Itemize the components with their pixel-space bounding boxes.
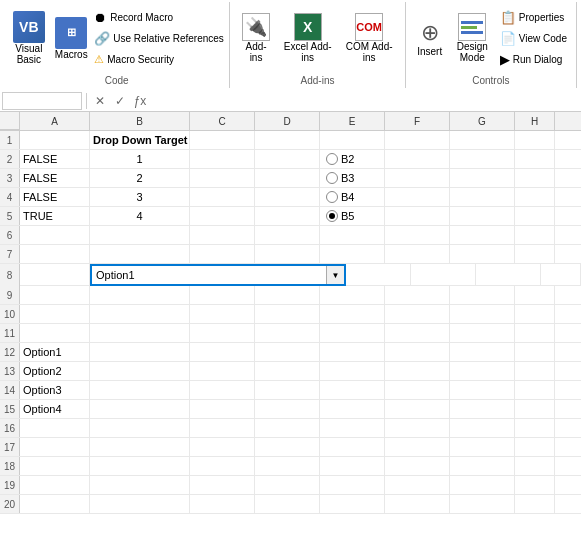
cell-a12[interactable]: Option1 [20, 343, 90, 361]
cell-h17[interactable] [515, 438, 555, 456]
cell-b15[interactable] [90, 400, 190, 418]
cell-a9[interactable] [20, 286, 90, 304]
cell-h15[interactable] [515, 400, 555, 418]
cell-h16[interactable] [515, 419, 555, 437]
confirm-formula-button[interactable]: ✓ [111, 92, 129, 110]
cell-b5[interactable]: 4 [90, 207, 190, 225]
cell-g19[interactable] [450, 476, 515, 494]
cell-a17[interactable] [20, 438, 90, 456]
cell-b4[interactable]: 3 [90, 188, 190, 206]
cell-h1[interactable] [515, 131, 555, 149]
cell-b14[interactable] [90, 381, 190, 399]
cell-g16[interactable] [450, 419, 515, 437]
use-relative-refs-button[interactable]: 🔗 Use Relative References [91, 28, 227, 48]
cell-e18[interactable] [320, 457, 385, 475]
cell-f1[interactable] [385, 131, 450, 149]
cell-b16[interactable] [90, 419, 190, 437]
insert-function-button[interactable]: ƒx [131, 92, 149, 110]
cell-a19[interactable] [20, 476, 90, 494]
cell-a7[interactable] [20, 245, 90, 263]
macro-security-button[interactable]: ⚠ Macro Security [91, 49, 227, 69]
cell-d7[interactable] [255, 245, 320, 263]
cell-f2[interactable] [385, 150, 450, 168]
cell-h2[interactable] [515, 150, 555, 168]
cell-d15[interactable] [255, 400, 320, 418]
cell-c4[interactable] [190, 188, 255, 206]
cell-e13[interactable] [320, 362, 385, 380]
cell-a18[interactable] [20, 457, 90, 475]
cell-h20[interactable] [515, 495, 555, 513]
cell-f19[interactable] [385, 476, 450, 494]
formula-input[interactable] [151, 95, 579, 107]
cell-a10[interactable] [20, 305, 90, 323]
cell-b12[interactable] [90, 343, 190, 361]
cell-c14[interactable] [190, 381, 255, 399]
cell-d9[interactable] [255, 286, 320, 304]
cell-b6[interactable] [90, 226, 190, 244]
cell-d4[interactable] [255, 188, 320, 206]
macros-button[interactable]: ⊞ Macros [53, 5, 89, 71]
cancel-formula-button[interactable]: ✕ [91, 92, 109, 110]
cell-a6[interactable] [20, 226, 90, 244]
cell-e7[interactable] [320, 245, 385, 263]
record-macro-button[interactable]: ⏺ Record Macro [91, 7, 227, 27]
cell-d3[interactable] [255, 169, 320, 187]
cell-g8[interactable] [476, 264, 541, 286]
cell-h19[interactable] [515, 476, 555, 494]
cell-e1[interactable] [320, 131, 385, 149]
cell-c5[interactable] [190, 207, 255, 225]
cell-c18[interactable] [190, 457, 255, 475]
cell-d10[interactable] [255, 305, 320, 323]
cell-c10[interactable] [190, 305, 255, 323]
cell-h9[interactable] [515, 286, 555, 304]
cell-g5[interactable] [450, 207, 515, 225]
cell-a2[interactable]: FALSE [20, 150, 90, 168]
cell-a15[interactable]: Option4 [20, 400, 90, 418]
cell-h18[interactable] [515, 457, 555, 475]
cell-f13[interactable] [385, 362, 450, 380]
cell-f3[interactable] [385, 169, 450, 187]
cell-b18[interactable] [90, 457, 190, 475]
cell-e16[interactable] [320, 419, 385, 437]
cell-c13[interactable] [190, 362, 255, 380]
cell-a20[interactable] [20, 495, 90, 513]
cell-d20[interactable] [255, 495, 320, 513]
cell-c17[interactable] [190, 438, 255, 456]
cell-h6[interactable] [515, 226, 555, 244]
cell-g4[interactable] [450, 188, 515, 206]
cell-e2[interactable]: B2 [320, 150, 385, 168]
cell-g18[interactable] [450, 457, 515, 475]
cell-a1[interactable] [20, 131, 90, 149]
cell-d13[interactable] [255, 362, 320, 380]
cell-f11[interactable] [385, 324, 450, 342]
cell-e5[interactable]: B5 [320, 207, 385, 225]
cell-f7[interactable] [385, 245, 450, 263]
cell-h10[interactable] [515, 305, 555, 323]
cell-e15[interactable] [320, 400, 385, 418]
cell-e20[interactable] [320, 495, 385, 513]
cell-g17[interactable] [450, 438, 515, 456]
cell-c1[interactable] [190, 131, 255, 149]
cell-g20[interactable] [450, 495, 515, 513]
cell-f20[interactable] [385, 495, 450, 513]
cell-f14[interactable] [385, 381, 450, 399]
cell-d19[interactable] [255, 476, 320, 494]
radio-b4[interactable] [326, 191, 338, 203]
cell-h13[interactable] [515, 362, 555, 380]
design-mode-button[interactable]: Design Mode [450, 5, 495, 71]
cell-d12[interactable] [255, 343, 320, 361]
cell-b11[interactable] [90, 324, 190, 342]
dropdown-arrow-button[interactable]: ▼ [326, 266, 344, 284]
cell-g15[interactable] [450, 400, 515, 418]
cell-e14[interactable] [320, 381, 385, 399]
cell-b7[interactable] [90, 245, 190, 263]
cell-e6[interactable] [320, 226, 385, 244]
cell-g12[interactable] [450, 343, 515, 361]
cell-b9[interactable] [90, 286, 190, 304]
cell-h11[interactable] [515, 324, 555, 342]
view-code-button[interactable]: 📄 View Code [497, 28, 570, 48]
cell-f18[interactable] [385, 457, 450, 475]
cell-f15[interactable] [385, 400, 450, 418]
cell-a13[interactable]: Option2 [20, 362, 90, 380]
cell-h5[interactable] [515, 207, 555, 225]
